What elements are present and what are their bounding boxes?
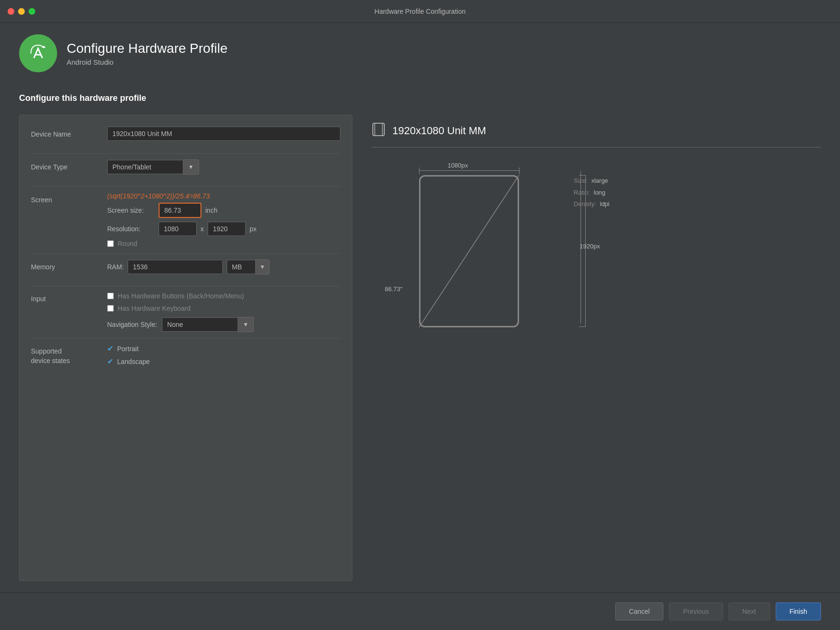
preview-divider <box>371 147 821 148</box>
ram-label: RAM: <box>107 263 124 271</box>
top-bracket <box>419 170 519 171</box>
device-type-label: Device Type <box>31 159 107 171</box>
form-preview-layout: Device Name Device Type Phone/Tablet ▼ <box>19 115 821 581</box>
app-title: Configure Hardware Profile <box>67 41 228 56</box>
device-preview-icon <box>371 122 386 139</box>
preview-header: 1920x1080 Unit MM <box>371 122 821 139</box>
nav-style-dropdown-arrow[interactable]: ▼ <box>238 317 254 332</box>
resolution-row: Resolution: x px <box>107 222 340 236</box>
screen-controls: (sqrt(1920^2+1080^2))/25.4=86.73 Screen … <box>107 192 340 247</box>
app-header: Configure Hardware Profile Android Studi… <box>19 34 821 80</box>
window-title: Hardware Profile Configuration <box>374 8 465 15</box>
spec-ratio-row: Ratio: long <box>574 187 610 199</box>
svg-rect-3 <box>375 123 382 136</box>
dim-right-label: 1920px <box>580 243 600 250</box>
portrait-check-icon: ✔ <box>107 344 113 353</box>
app-logo <box>19 34 57 72</box>
resolution-height-input[interactable] <box>208 222 246 236</box>
main-content: Configure Hardware Profile Android Studi… <box>0 23 840 592</box>
titlebar: Hardware Profile Configuration <box>0 0 840 23</box>
screen-size-input[interactable] <box>159 203 201 218</box>
dim-diagonal-label: 86.73" <box>385 285 402 293</box>
right-tick-bottom <box>579 326 586 327</box>
separator-2 <box>31 186 340 187</box>
hardware-keyboard-label[interactable]: Has Hardware Keyboard <box>118 305 190 312</box>
hardware-buttons-checkbox[interactable] <box>107 293 114 299</box>
portrait-label[interactable]: Portrait <box>117 345 139 353</box>
nav-style-select-wrapper: None ▼ <box>162 317 254 332</box>
device-type-dropdown-arrow[interactable]: ▼ <box>183 159 199 175</box>
ram-unit-select[interactable]: MB <box>227 260 255 274</box>
landscape-row: ✔ Landscape <box>107 357 340 366</box>
spec-ratio-val: long <box>594 187 606 199</box>
dim-top-label: 1080px <box>448 162 468 169</box>
device-name-control <box>107 127 340 141</box>
states-controls: ✔ Portrait ✔ Landscape <box>107 344 340 370</box>
maximize-button[interactable] <box>29 8 35 15</box>
supported-states-label: Supported device states <box>31 344 107 365</box>
right-tick <box>519 167 520 174</box>
next-button[interactable]: Next <box>729 602 770 620</box>
preview-title: 1920x1080 Unit MM <box>392 125 486 137</box>
cancel-button[interactable]: Cancel <box>615 602 664 620</box>
navigation-style-select[interactable]: None <box>162 317 238 332</box>
spec-size-row: Size: xlarge <box>574 175 610 187</box>
landscape-label[interactable]: Landscape <box>117 358 150 365</box>
spec-size-val: xlarge <box>591 175 608 187</box>
hardware-keyboard-row: Has Hardware Keyboard <box>107 305 340 312</box>
finish-button[interactable]: Finish <box>776 602 821 620</box>
ram-input[interactable] <box>128 260 223 274</box>
app-subtitle: Android Studio <box>67 58 228 66</box>
screen-size-sublabel: Screen size: <box>107 207 155 214</box>
left-tick <box>419 167 420 174</box>
device-type-row: Device Type Phone/Tablet ▼ <box>31 159 340 177</box>
hardware-keyboard-checkbox[interactable] <box>107 305 114 312</box>
spec-density-val: ldpi <box>600 198 610 210</box>
unit-select-wrapper: MB ▼ <box>227 259 270 275</box>
device-name-row: Device Name <box>31 127 340 144</box>
device-name-label: Device Name <box>31 127 107 138</box>
diagonal-line-svg <box>419 175 519 327</box>
separator-4 <box>31 286 340 286</box>
input-controls: Has Hardware Buttons (Back/Home/Menu) Ha… <box>107 292 340 332</box>
separator-1 <box>31 153 340 154</box>
separator-5 <box>31 338 340 338</box>
round-checkbox[interactable] <box>107 240 114 247</box>
navigation-style-label: Navigation Style: <box>107 321 157 328</box>
input-section: Input Has Hardware Buttons (Back/Home/Me… <box>31 292 340 332</box>
resolution-sublabel: Resolution: <box>107 225 155 233</box>
screen-section: Screen (sqrt(1920^2+1080^2))/25.4=86.73 … <box>31 192 340 247</box>
spec-ratio-key: Ratio: <box>574 187 590 199</box>
resolution-x-label: x <box>200 225 204 233</box>
device-type-select[interactable]: Phone/Tablet <box>107 160 183 174</box>
device-name-input[interactable] <box>107 127 340 141</box>
memory-row: Memory RAM: MB ▼ <box>31 259 340 276</box>
memory-label: Memory <box>31 259 107 271</box>
separator-3 <box>31 253 340 254</box>
spec-density-key: Density: <box>574 198 596 210</box>
screen-size-row: Screen size: inch <box>107 203 340 218</box>
screen-size-unit: inch <box>205 207 218 214</box>
ram-unit-dropdown-arrow[interactable]: ▼ <box>255 259 270 275</box>
spec-size-key: Size: <box>574 175 588 187</box>
section-title: Configure this hardware profile <box>19 93 821 103</box>
device-type-control: Phone/Tablet ▼ <box>107 159 340 175</box>
spec-density-row: Density: ldpi <box>574 198 610 210</box>
resolution-unit: px <box>250 225 257 233</box>
hardware-buttons-row: Has Hardware Buttons (Back/Home/Menu) <box>107 292 340 300</box>
formula-tooltip: (sqrt(1920^2+1080^2))/25.4=86.73 <box>107 192 340 200</box>
svg-line-4 <box>419 175 519 327</box>
navigation-style-row: Navigation Style: None ▼ <box>107 317 340 332</box>
memory-row-inner: RAM: MB ▼ <box>107 259 340 275</box>
close-button[interactable] <box>8 8 14 15</box>
memory-control: RAM: MB ▼ <box>107 259 340 275</box>
resolution-width-input[interactable] <box>159 222 197 236</box>
screen-label: Screen <box>31 192 107 204</box>
round-label[interactable]: Round <box>118 240 137 247</box>
minimize-button[interactable] <box>18 8 25 15</box>
input-label: Input <box>31 292 107 303</box>
window-controls[interactable] <box>8 8 35 15</box>
landscape-check-icon: ✔ <box>107 357 113 366</box>
hardware-buttons-label[interactable]: Has Hardware Buttons (Back/Home/Menu) <box>118 292 244 300</box>
previous-button[interactable]: Previous <box>669 602 722 620</box>
